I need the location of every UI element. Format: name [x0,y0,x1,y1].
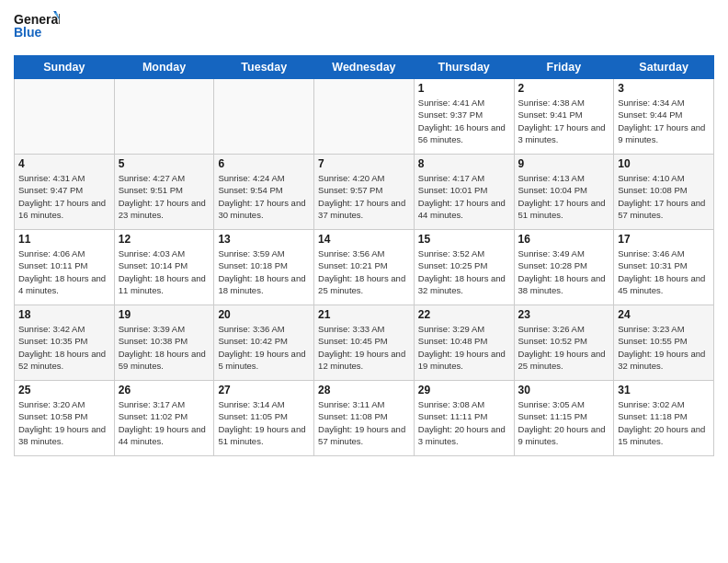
day-cell: 5Sunrise: 4:27 AMSunset: 9:51 PMDaylight… [114,155,214,230]
day-cell: 7Sunrise: 4:20 AMSunset: 9:57 PMDaylight… [314,155,415,230]
week-row-5: 25Sunrise: 3:20 AMSunset: 10:58 PMDaylig… [15,381,714,456]
day-info: Sunrise: 4:20 AMSunset: 9:57 PMDaylight:… [318,172,410,221]
day-number: 26 [119,384,210,396]
day-number: 12 [119,233,210,246]
day-number: 17 [618,233,710,246]
day-cell: 6Sunrise: 4:24 AMSunset: 9:54 PMDaylight… [214,155,314,230]
logo: General Blue [14,9,60,48]
day-number: 2 [518,82,610,95]
day-number: 1 [418,82,510,95]
day-cell: 30Sunrise: 3:05 AMSunset: 11:15 PMDaylig… [514,381,614,456]
day-info: Sunrise: 3:46 AMSunset: 10:31 PMDaylight… [618,247,710,296]
day-info: Sunrise: 4:17 AMSunset: 10:01 PMDaylight… [418,172,510,221]
day-info: Sunrise: 4:38 AMSunset: 9:41 PMDaylight:… [518,97,610,145]
page: General Blue SundayMondayTuesdayWednesda… [0,0,728,563]
day-info: Sunrise: 4:27 AMSunset: 9:51 PMDaylight:… [119,172,210,221]
weekday-thursday: Thursday [414,56,514,79]
day-cell: 23Sunrise: 3:26 AMSunset: 10:52 PMDaylig… [514,305,614,381]
day-cell: 3Sunrise: 4:34 AMSunset: 9:44 PMDaylight… [614,79,714,155]
weekday-friday: Friday [514,56,614,79]
day-info: Sunrise: 4:34 AMSunset: 9:44 PMDaylight:… [618,97,710,145]
day-number: 5 [119,157,210,170]
day-info: Sunrise: 4:13 AMSunset: 10:04 PMDaylight… [518,172,610,221]
day-cell: 21Sunrise: 3:33 AMSunset: 10:45 PMDaylig… [314,305,415,381]
day-number: 16 [518,233,610,246]
day-cell: 9Sunrise: 4:13 AMSunset: 10:04 PMDayligh… [514,155,614,230]
day-number: 8 [418,157,510,170]
day-cell: 28Sunrise: 3:11 AMSunset: 11:08 PMDaylig… [314,381,415,456]
weekday-header-row: SundayMondayTuesdayWednesdayThursdayFrid… [15,56,714,79]
day-number: 21 [318,308,410,321]
day-info: Sunrise: 3:11 AMSunset: 11:08 PMDaylight… [318,398,410,447]
day-cell: 31Sunrise: 3:02 AMSunset: 11:18 PMDaylig… [614,381,714,456]
day-number: 20 [218,308,310,321]
weekday-saturday: Saturday [614,56,714,79]
day-info: Sunrise: 3:17 AMSunset: 11:02 PMDaylight… [119,398,210,447]
weekday-monday: Monday [114,56,214,79]
day-cell: 13Sunrise: 3:59 AMSunset: 10:18 PMDaylig… [214,230,314,305]
day-cell: 2Sunrise: 4:38 AMSunset: 9:41 PMDaylight… [514,79,614,155]
day-info: Sunrise: 3:05 AMSunset: 11:15 PMDaylight… [518,398,610,447]
day-info: Sunrise: 3:23 AMSunset: 10:55 PMDaylight… [618,323,710,372]
day-info: Sunrise: 3:20 AMSunset: 10:58 PMDaylight… [18,398,110,447]
day-number: 3 [618,82,710,95]
day-cell: 14Sunrise: 3:56 AMSunset: 10:21 PMDaylig… [314,230,415,305]
day-number: 13 [218,233,310,246]
day-info: Sunrise: 4:31 AMSunset: 9:47 PMDaylight:… [18,172,110,221]
day-cell: 1Sunrise: 4:41 AMSunset: 9:37 PMDaylight… [414,79,514,155]
day-cell: 20Sunrise: 3:36 AMSunset: 10:42 PMDaylig… [214,305,314,381]
day-info: Sunrise: 4:10 AMSunset: 10:08 PMDaylight… [618,172,710,221]
day-cell: 25Sunrise: 3:20 AMSunset: 10:58 PMDaylig… [15,381,115,456]
week-row-2: 4Sunrise: 4:31 AMSunset: 9:47 PMDaylight… [15,155,714,230]
svg-text:Blue: Blue [14,25,42,40]
day-number: 4 [18,157,110,170]
day-cell: 26Sunrise: 3:17 AMSunset: 11:02 PMDaylig… [114,381,214,456]
week-row-1: 1Sunrise: 4:41 AMSunset: 9:37 PMDaylight… [15,79,714,155]
logo-svg: General Blue [14,9,60,48]
day-number: 14 [318,233,410,246]
day-cell: 4Sunrise: 4:31 AMSunset: 9:47 PMDaylight… [15,155,115,230]
day-info: Sunrise: 3:42 AMSunset: 10:35 PMDaylight… [18,323,110,372]
weekday-tuesday: Tuesday [214,56,314,79]
day-info: Sunrise: 3:56 AMSunset: 10:21 PMDaylight… [318,247,410,296]
day-number: 9 [518,157,610,170]
day-cell [114,79,214,155]
day-number: 30 [518,384,610,396]
day-cell: 27Sunrise: 3:14 AMSunset: 11:05 PMDaylig… [214,381,314,456]
day-cell: 19Sunrise: 3:39 AMSunset: 10:38 PMDaylig… [114,305,214,381]
header: General Blue [14,9,714,48]
day-info: Sunrise: 3:08 AMSunset: 11:11 PMDaylight… [418,398,510,447]
day-cell: 12Sunrise: 4:03 AMSunset: 10:14 PMDaylig… [114,230,214,305]
calendar: SundayMondayTuesdayWednesdayThursdayFrid… [14,55,714,456]
day-number: 22 [418,308,510,321]
day-cell: 18Sunrise: 3:42 AMSunset: 10:35 PMDaylig… [15,305,115,381]
day-info: Sunrise: 3:52 AMSunset: 10:25 PMDaylight… [418,247,510,296]
day-cell: 29Sunrise: 3:08 AMSunset: 11:11 PMDaylig… [414,381,514,456]
day-cell: 10Sunrise: 4:10 AMSunset: 10:08 PMDaylig… [614,155,714,230]
day-cell: 24Sunrise: 3:23 AMSunset: 10:55 PMDaylig… [614,305,714,381]
day-number: 10 [618,157,710,170]
day-info: Sunrise: 4:24 AMSunset: 9:54 PMDaylight:… [218,172,310,221]
day-cell [214,79,314,155]
day-cell: 8Sunrise: 4:17 AMSunset: 10:01 PMDayligh… [414,155,514,230]
day-cell: 17Sunrise: 3:46 AMSunset: 10:31 PMDaylig… [614,230,714,305]
day-number: 6 [218,157,310,170]
day-number: 24 [618,308,710,321]
day-info: Sunrise: 3:59 AMSunset: 10:18 PMDaylight… [218,247,310,296]
day-cell: 16Sunrise: 3:49 AMSunset: 10:28 PMDaylig… [514,230,614,305]
day-cell [314,79,415,155]
day-number: 18 [18,308,110,321]
day-cell [15,79,115,155]
day-number: 28 [318,384,410,396]
day-number: 25 [18,384,110,396]
day-number: 31 [618,384,710,396]
day-info: Sunrise: 3:29 AMSunset: 10:48 PMDaylight… [418,323,510,372]
weekday-wednesday: Wednesday [314,56,415,79]
day-info: Sunrise: 4:41 AMSunset: 9:37 PMDaylight:… [418,97,510,145]
day-cell: 15Sunrise: 3:52 AMSunset: 10:25 PMDaylig… [414,230,514,305]
day-number: 29 [418,384,510,396]
day-number: 27 [218,384,310,396]
day-cell: 11Sunrise: 4:06 AMSunset: 10:11 PMDaylig… [15,230,115,305]
day-info: Sunrise: 4:03 AMSunset: 10:14 PMDaylight… [119,247,210,296]
day-number: 11 [18,233,110,246]
